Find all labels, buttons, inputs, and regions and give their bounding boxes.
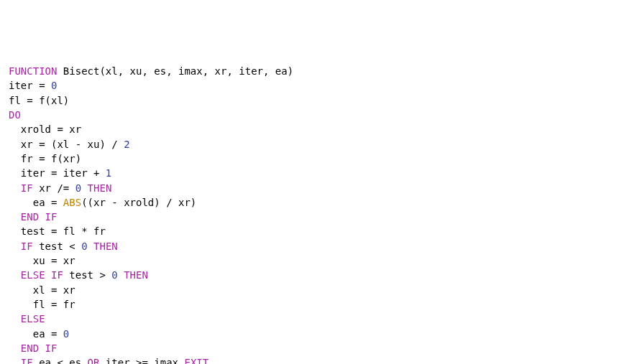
keyword: THEN [124,269,148,281]
code-line: END IF [9,341,615,355]
code-text: iter = iter + [9,167,106,179]
keyword: FUNCTION [9,65,57,77]
keyword: IF [21,241,33,252]
number: 0 [75,182,81,194]
code-text: test = fl * fr [9,225,106,237]
keyword: END [21,342,39,354]
code-text: xl = xr [9,284,75,296]
code-line: xl = xr [9,283,615,297]
code-text: fl = fr [9,299,75,310]
code-text: Bisect(xl, xu, es, imax, xr, iter, ea) [57,65,293,77]
code-text: xr /= [33,182,75,194]
code-text [9,342,21,354]
code-text [88,241,93,252]
code-text [39,342,45,354]
code-text: iter = [9,80,51,91]
code-line: ELSE [9,312,615,326]
code-text [9,357,21,364]
code-line: xrold = xr [9,122,615,136]
code-text: xrold = xr [9,123,81,135]
code-line: FUNCTION Bisect(xl, xu, es, imax, xr, it… [9,64,615,78]
code-text: fl = f(xl) [9,95,69,106]
keyword: EXIT [184,357,208,364]
builtin-fn: ABS [63,197,81,208]
number: 1 [106,167,111,179]
code-text: test > [63,269,111,281]
code-block: FUNCTION Bisect(xl, xu, es, imax, xr, it… [9,64,615,364]
code-text: ea < es [33,357,88,364]
keyword: THEN [93,241,118,252]
code-line: fr = f(xr) [9,151,615,166]
code-text [9,241,21,252]
code-line: ELSE IF test > 0 THEN [9,268,615,282]
code-text [39,211,45,223]
code-text: ea = [9,328,63,340]
number: 0 [51,80,57,91]
number: 0 [111,269,117,281]
keyword: END [21,211,39,223]
code-text [81,182,87,194]
code-text: ((xr - xrold) / xr) [81,197,196,208]
code-line: xr = (xl - xu) / 2 [9,137,615,151]
code-text [9,182,21,194]
code-text [9,269,21,281]
keyword: ELSE [21,313,45,325]
code-line: fl = fr [9,297,615,312]
code-line: test = fl * fr [9,224,615,238]
code-text [9,211,21,223]
keyword: IF [21,357,33,364]
number: 0 [81,241,87,252]
number: 2 [124,139,129,150]
code-line: END IF [9,210,615,224]
code-text [9,313,21,325]
code-text: test < [33,241,81,252]
keyword: IF [45,211,58,223]
code-text [45,269,51,281]
keyword: ELSE [21,269,45,281]
code-line: DO [9,108,615,122]
keyword: IF [45,342,58,354]
code-text: fr = f(xr) [9,153,81,164]
code-text: xu = xr [9,255,75,266]
code-line: fl = f(xl) [9,93,615,108]
code-line: IF ea < es OR iter >= imax EXIT [9,355,615,364]
code-line: iter = iter + 1 [9,166,615,180]
code-text [118,269,124,281]
code-line: IF xr /= 0 THEN [9,181,615,195]
keyword: IF [51,269,63,281]
code-text: iter >= imax [99,357,184,364]
code-text: xr = (xl - xu) / [9,139,124,150]
code-text: ea = [9,197,63,208]
code-line: ea = ABS((xr - xrold) / xr) [9,195,615,210]
keyword: DO [9,109,21,121]
keyword: OR [88,357,100,364]
keyword: THEN [88,182,112,194]
code-line: xu = xr [9,253,615,268]
keyword: IF [21,182,33,194]
code-line: ea = 0 [9,327,615,341]
number: 0 [63,328,69,340]
code-line: IF test < 0 THEN [9,239,615,253]
code-line: iter = 0 [9,78,615,93]
